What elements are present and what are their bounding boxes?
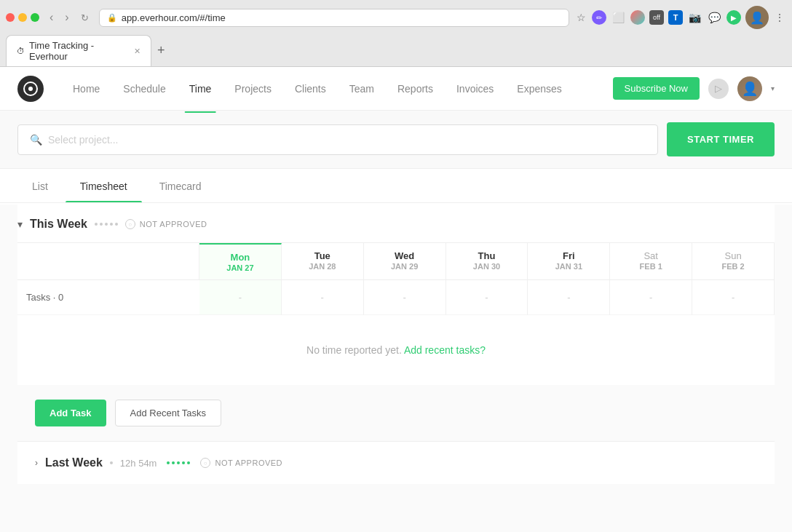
nav-item-expenses[interactable]: Expenses — [505, 79, 573, 99]
grid-data-tue[interactable]: - — [282, 280, 364, 315]
this-week-header: ▾ This Week ○ NOT APPROVED — [17, 205, 775, 242]
nav-item-reports[interactable]: Reports — [386, 79, 445, 99]
day-date-fri: JAN 31 — [534, 262, 603, 271]
tab-close-button[interactable]: ✕ — [134, 47, 140, 56]
extension-btn-1[interactable]: ✏ — [592, 10, 606, 25]
add-recent-tasks-link[interactable]: Add recent tasks? — [404, 344, 486, 356]
this-week-options-button[interactable] — [95, 223, 118, 226]
bell-icon: ▷ — [715, 83, 722, 94]
ext-msg[interactable]: 💬 — [707, 10, 722, 25]
start-timer-button[interactable]: START TIMER — [667, 122, 775, 156]
day-name-wed: Wed — [370, 250, 440, 261]
grid-data-mon[interactable]: - — [199, 280, 282, 315]
lw-dot-5 — [187, 461, 190, 464]
nav-item-home[interactable]: Home — [61, 79, 111, 99]
browser-nav-controls: ‹ › ↻ — [45, 9, 93, 25]
notifications-button[interactable]: ▷ — [708, 79, 729, 99]
grid-data-sun[interactable]: - — [692, 280, 775, 315]
ext-camera[interactable]: 📷 — [687, 10, 702, 25]
last-week-header[interactable]: › Last Week 12h 54m ○ NOT APPROVED — [35, 456, 757, 469]
tue-value: - — [321, 292, 324, 303]
not-approved-icon: ○ — [125, 219, 135, 229]
logo-icon — [23, 82, 38, 96]
minimize-dot[interactable] — [18, 13, 27, 22]
forward-button[interactable]: › — [60, 9, 73, 25]
subscribe-button[interactable]: Subscribe Now — [613, 77, 700, 100]
nav-item-team[interactable]: Team — [338, 79, 386, 99]
add-recent-tasks-button[interactable]: Add Recent Tasks — [115, 400, 222, 426]
dot-1 — [95, 223, 98, 226]
fri-value: - — [567, 292, 570, 303]
url-bar[interactable]: 🔒 app.everhour.com/#/time — [99, 9, 569, 27]
browser-action-buttons: ☆ ✏ ⬜ off T 📷 💬 ▶ 👤 ⋮ — [575, 6, 786, 29]
dot-4 — [110, 223, 113, 226]
ext-off[interactable]: off — [649, 10, 664, 25]
timer-bar: 🔍 Select project... START TIMER — [0, 111, 792, 169]
day-date-sat: FEB 1 — [616, 262, 686, 271]
last-week-status-text: NOT APPROVED — [215, 458, 282, 467]
tab-timecard[interactable]: Timecard — [145, 169, 216, 202]
menu-button[interactable]: ⋮ — [773, 10, 786, 25]
grid-data-wed[interactable]: - — [364, 280, 446, 315]
app-header: Home Schedule Time Projects Clients Team… — [0, 67, 792, 111]
user-profile-pic[interactable]: 👤 — [745, 6, 769, 29]
sun-value: - — [732, 292, 734, 303]
day-name-sun: Sun — [698, 250, 768, 261]
lw-dot-4 — [182, 461, 185, 464]
user-menu-chevron[interactable]: ▾ — [771, 84, 775, 92]
app-logo — [17, 76, 44, 102]
last-week-options-button[interactable] — [167, 461, 190, 464]
grid-data-thu[interactable]: - — [446, 280, 528, 315]
lw-dot-3 — [177, 461, 180, 464]
day-name-fri: Fri — [534, 250, 603, 261]
grid-header-tue: Tue JAN 28 — [282, 243, 364, 280]
last-week-title: Last Week — [45, 456, 103, 469]
grid-header-fri: Fri JAN 31 — [528, 243, 610, 280]
maximize-dot[interactable] — [31, 13, 39, 22]
day-name-mon: Mon — [205, 252, 275, 263]
active-browser-tab[interactable]: ⏱ Time Tracking - Everhour ✕ — [6, 35, 151, 66]
grid-header-mon: Mon JAN 27 — [199, 243, 282, 280]
grid-data-fri[interactable]: - — [528, 280, 610, 315]
dot-5 — [115, 223, 118, 226]
back-button[interactable]: ‹ — [45, 9, 58, 25]
user-avatar[interactable]: 👤 — [737, 76, 762, 101]
nav-item-time[interactable]: Time — [178, 79, 223, 99]
nav-item-invoices[interactable]: Invoices — [445, 79, 505, 99]
lw-dot-1 — [167, 461, 170, 464]
ext-t[interactable]: T — [668, 10, 683, 25]
reload-button[interactable]: ↻ — [76, 11, 93, 25]
ext-play[interactable]: ▶ — [726, 10, 741, 25]
empty-state-message: No time reported yet. — [306, 344, 404, 356]
lw-dot-2 — [172, 461, 175, 464]
expand-last-week-button[interactable]: › — [35, 458, 38, 468]
dot-2 — [100, 223, 103, 226]
day-name-sat: Sat — [616, 250, 686, 261]
new-tab-button[interactable]: + — [151, 43, 171, 58]
tab-favicon: ⏱ — [17, 47, 25, 55]
grid-header-sun: Sun FEB 2 — [692, 243, 775, 280]
project-select-container[interactable]: 🔍 Select project... — [17, 124, 658, 155]
project-select-placeholder: Select project... — [48, 134, 119, 146]
last-week-status-badge: ○ NOT APPROVED — [200, 458, 282, 468]
star-button[interactable]: ☆ — [575, 10, 587, 25]
grid-data-sat[interactable]: - — [610, 280, 692, 315]
close-dot[interactable] — [6, 13, 15, 22]
day-date-mon: JAN 27 — [205, 263, 275, 272]
action-buttons-bar: Add Task Add Recent Tasks — [17, 385, 775, 441]
cast-button[interactable]: ⬜ — [611, 10, 626, 25]
lock-icon: 🔒 — [107, 13, 117, 23]
dot-3 — [105, 223, 108, 226]
tab-timesheet[interactable]: Timesheet — [66, 169, 142, 202]
day-date-wed: JAN 29 — [370, 262, 440, 271]
nav-item-clients[interactable]: Clients — [283, 79, 338, 99]
add-task-button[interactable]: Add Task — [35, 400, 106, 426]
tab-list[interactable]: List — [17, 169, 63, 202]
nav-item-schedule[interactable]: Schedule — [111, 79, 177, 99]
wed-value: - — [403, 292, 405, 303]
collapse-this-week-button[interactable]: ▾ — [17, 218, 23, 230]
nav-item-projects[interactable]: Projects — [223, 79, 283, 99]
ext-rainbow[interactable] — [630, 10, 645, 25]
header-right: Subscribe Now ▷ 👤 ▾ — [613, 76, 775, 101]
app-container: Home Schedule Time Projects Clients Team… — [0, 67, 792, 532]
